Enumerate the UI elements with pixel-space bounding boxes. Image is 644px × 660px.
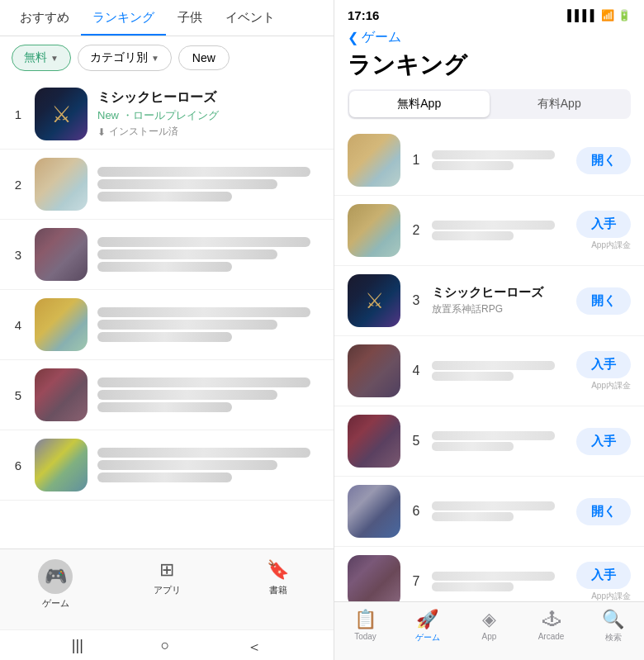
nav-books[interactable]: 🔖 書籍 (222, 556, 334, 613)
nav-today[interactable]: 📋 Today (334, 609, 396, 643)
list-item[interactable]: 4 入手 App内課金 (334, 336, 644, 406)
category-filter-button[interactable]: カテゴリ別 ▼ (78, 45, 172, 71)
list-item[interactable]: 7 入手 App内課金 (334, 547, 644, 601)
nav-arcade-label: Arcade (538, 632, 565, 641)
rank-label: 4 (12, 318, 25, 332)
home-button[interactable]: ○ (161, 637, 170, 657)
app-icon: ⚔ (348, 274, 400, 327)
app-icon: ◈ (482, 609, 496, 630)
blurred-sub (97, 179, 277, 189)
right-panel: 17:16 ▌▌▌▌ 📶 🔋 ❮ ゲーム ランキング 無料App 有料App 1 (334, 0, 644, 660)
list-item[interactable]: 2 (0, 150, 334, 220)
blurred-title (432, 431, 555, 440)
genre-label: ・ロールプレイング (122, 109, 219, 121)
apps-icon: ⊞ (159, 559, 174, 581)
tab-ranking[interactable]: ランキング (81, 0, 166, 36)
nav-games[interactable]: 🚀 ゲーム (396, 609, 458, 643)
recent-apps-button[interactable]: ||| (72, 637, 83, 657)
segment-paid[interactable]: 有料App (490, 91, 630, 117)
nav-search-label: 検索 (605, 632, 622, 643)
app-subtitle: 放置系神話RPG (432, 302, 568, 316)
games-icon: 🚀 (416, 609, 438, 630)
list-item[interactable]: 2 入手 App内課金 (334, 196, 644, 266)
nav-search[interactable]: 🔍 検索 (582, 609, 644, 643)
list-item[interactable]: 4 (0, 290, 334, 360)
rank-label: 1 (409, 153, 424, 168)
blurred-title (97, 307, 310, 317)
rank-label: 6 (409, 504, 424, 519)
app-icon (348, 485, 400, 538)
wifi-icon: 📶 (601, 9, 614, 21)
list-item[interactable]: 5 入手 (334, 406, 644, 477)
status-bar: 17:16 ▌▌▌▌ 📶 🔋 (334, 0, 644, 26)
app-info (97, 305, 322, 344)
app-info (432, 500, 568, 523)
blurred-sub (97, 460, 277, 470)
nav-app-label: App (482, 632, 497, 641)
free-filter-arrow: ▼ (50, 54, 59, 63)
blurred-title (432, 221, 555, 230)
blurred-title (97, 377, 310, 387)
rank-label: 6 (12, 458, 25, 472)
back-button[interactable]: ＜ (247, 637, 262, 657)
list-item[interactable]: 1 開く (334, 126, 644, 196)
tab-osusume[interactable]: おすすめ (8, 0, 81, 36)
blurred-title (432, 361, 555, 370)
nav-apps-label: アプリ (154, 584, 181, 596)
app-icon (35, 298, 88, 351)
tab-kids[interactable]: 子供 (166, 0, 214, 36)
install-icon: ⬇ (97, 126, 106, 138)
app-icon (348, 134, 400, 187)
blurred-sub (432, 231, 514, 240)
list-item[interactable]: 5 (0, 360, 334, 430)
blurred-title (97, 237, 310, 247)
new-filter-button[interactable]: New (178, 45, 230, 70)
get-button[interactable]: 入手 (576, 428, 631, 455)
status-icons: ▌▌▌▌ 📶 🔋 (567, 9, 631, 21)
blurred-detail (97, 192, 232, 202)
app-info (432, 359, 568, 382)
nav-apps[interactable]: ⊞ アプリ (111, 556, 223, 613)
action-wrap: 入手 App内課金 (576, 562, 631, 602)
app-info: ミシックヒーローズ 放置系神話RPG (432, 285, 568, 316)
action-wrap: 開く (576, 498, 631, 525)
list-item[interactable]: 3 (0, 220, 334, 290)
list-item[interactable]: 6 (0, 430, 334, 501)
blurred-detail (97, 402, 232, 412)
get-button[interactable]: 入手 (576, 562, 631, 589)
games-icon: 🎮 (45, 566, 67, 587)
system-bar: ||| ○ ＜ (0, 629, 334, 660)
blurred-sub (432, 512, 514, 521)
blurred-detail (97, 472, 232, 482)
tab-event[interactable]: イベント (214, 0, 286, 36)
category-filter-label: カテゴリ別 (90, 50, 148, 65)
free-filter-button[interactable]: 無料 ▼ (12, 45, 71, 71)
get-button[interactable]: 入手 (576, 211, 631, 238)
list-item[interactable]: ⚔ 3 ミシックヒーローズ 放置系神話RPG 開く (334, 266, 644, 336)
back-link[interactable]: ❮ ゲーム (348, 29, 631, 46)
rank-label: 2 (409, 223, 424, 238)
open-button[interactable]: 開く (576, 147, 631, 174)
left-filters: 無料 ▼ カテゴリ別 ▼ New (0, 36, 334, 79)
app-icon (35, 368, 88, 421)
signal-icon: ▌▌▌▌ (567, 9, 598, 21)
list-item[interactable]: 6 開く (334, 477, 644, 547)
app-info: ミシックヒーローズ New ・ロールプレイング ⬇ インストール済 (97, 89, 322, 139)
nav-app[interactable]: ◈ App (458, 609, 520, 643)
app-info (432, 149, 568, 172)
segment-control: 無料App 有料App (348, 89, 631, 119)
app-icon (348, 204, 400, 257)
action-wrap: 入手 App内課金 (576, 211, 631, 251)
segment-free[interactable]: 無料App (349, 91, 490, 117)
today-icon: 📋 (354, 609, 376, 630)
blurred-sub (97, 390, 277, 400)
left-bottom-nav: 🎮 ゲーム ⊞ アプリ 🔖 書籍 (0, 548, 334, 629)
open-button[interactable]: 開く (576, 498, 631, 525)
app-icon (35, 228, 88, 281)
nav-games[interactable]: 🎮 ゲーム (0, 556, 111, 613)
nav-arcade[interactable]: 🕹 Arcade (520, 609, 582, 643)
get-button[interactable]: 入手 (576, 351, 631, 378)
list-item[interactable]: 1 ミシックヒーローズ New ・ロールプレイング ⬇ インストール済 (0, 79, 334, 150)
right-header: ❮ ゲーム ランキング (334, 26, 644, 89)
open-button[interactable]: 開く (576, 287, 631, 315)
